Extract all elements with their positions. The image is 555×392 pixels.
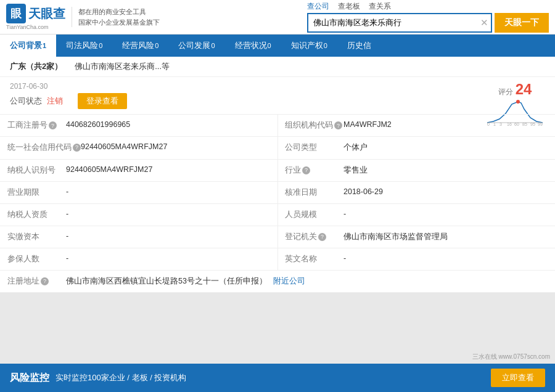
field-industry: 行业 ? 零售业: [278, 160, 555, 182]
field-value: 92440605MA4WRFJM27: [66, 165, 152, 176]
banner-desc: 实时监控100家企业 / 老板 / 投资机构: [56, 372, 186, 383]
status-row: 公司状态 注销 登录查看: [10, 93, 545, 109]
tab-company-dev[interactable]: 公司发展0: [168, 35, 224, 57]
question-icon[interactable]: ?: [49, 121, 57, 129]
tab-company-background[interactable]: 公司背景1: [0, 35, 56, 57]
field-value: -: [343, 210, 346, 220]
search-input[interactable]: [307, 13, 492, 33]
banner-title: 风险监控: [10, 372, 49, 385]
header: 眼 天眼查 TianYanCha.com 都在用的商业安全工具 国家中小企业发展…: [0, 0, 555, 35]
address-value: 佛山市南海区西樵镇宜山长堤路53号之十一（任所申报）: [66, 276, 267, 287]
field-value: MA4WRFJM2: [343, 120, 392, 131]
search-button[interactable]: 天眼一下: [495, 13, 549, 33]
field-value: 440682601996965: [66, 120, 130, 131]
filter-company: 佛山市南海区老来乐商...等: [75, 61, 170, 72]
field-business-reg: 工商注册号 ? 440682601996965: [0, 115, 278, 137]
field-value: -: [343, 254, 346, 264]
field-value: 佛山市南海区市场监督管理局: [343, 232, 448, 242]
logo-text: 天眼查: [28, 6, 65, 22]
tab-judicial-risk[interactable]: 司法风险0: [56, 35, 112, 57]
svg-point-1: [516, 100, 520, 104]
info-grid: 工商注册号 ? 440682601996965 组织机构代码 ? MA4WRFJ…: [0, 114, 555, 271]
field-label: 核准日期: [285, 187, 343, 198]
banner-btn[interactable]: 立即查看: [491, 369, 545, 387]
company-status-area: 2017-06-30 公司状态 注销 登录查看 评分 24 0 1 3 16 6…: [0, 77, 555, 114]
field-biz-period: 营业期限 -: [0, 182, 278, 204]
field-label: 英文名称: [285, 254, 343, 264]
field-value: 2018-06-29: [343, 187, 383, 198]
field-label: 参保人数: [7, 254, 66, 264]
field-insured: 参保人数 -: [0, 248, 278, 271]
status-label: 公司状态: [10, 96, 42, 107]
filter-row: 广东（共2家） 佛山市南海区老来乐商...等: [0, 57, 555, 77]
field-label: 组织机构代码 ?: [285, 120, 343, 131]
status-value: 注销: [47, 96, 63, 107]
score-number: 24: [516, 81, 532, 98]
field-headcount: 人员规模 -: [278, 204, 555, 226]
field-tax-qual: 纳税人资质 -: [0, 204, 278, 226]
question-icon[interactable]: ?: [302, 166, 310, 174]
logo-pinyin: TianYanCha.com: [6, 24, 49, 30]
field-label: 纳税人资质: [7, 210, 66, 220]
field-label: 纳税人识别号: [7, 165, 66, 176]
field-org-code: 组织机构代码 ? MA4WRFJM2: [278, 115, 555, 137]
field-paid-capital: 实缴资本 -: [0, 226, 278, 248]
score-label-row: 评分 24: [487, 81, 543, 98]
field-approval-date: 核准日期 2018-06-29: [278, 182, 555, 204]
field-english-name: 英文名称 -: [278, 248, 555, 271]
field-tax-id: 纳税人识别号 92440605MA4WRFJM27: [0, 160, 278, 182]
search-clear-icon[interactable]: ✕: [480, 17, 488, 28]
field-company-type: 公司类型 个体户: [278, 137, 555, 160]
search-tab-boss[interactable]: 查老板: [338, 1, 360, 12]
filter-province: 广东（共2家）: [10, 61, 62, 72]
field-label: 实缴资本: [7, 232, 66, 242]
search-tab-relation[interactable]: 查关系: [369, 1, 391, 12]
field-value: -: [66, 232, 68, 242]
address-label: 注册地址 ?: [7, 276, 66, 287]
logo-area: 眼 天眼查 TianYanCha.com 都在用的商业安全工具 国家中小企业发展…: [6, 4, 160, 30]
search-box-wrap: ✕ 天眼一下: [307, 13, 549, 33]
field-value: -: [66, 254, 68, 264]
field-label: 工商注册号 ?: [7, 120, 66, 131]
main-content: 广东（共2家） 佛山市南海区老来乐商...等 2017-06-30 公司状态 注…: [0, 57, 555, 293]
field-value: 零售业: [343, 165, 368, 176]
question-icon[interactable]: ?: [41, 277, 49, 285]
field-reg-authority: 登记机关 ? 佛山市南海区市场监督管理局: [278, 226, 555, 248]
nav-tabs: 公司背景1 司法风险0 经营风险0 公司发展0 经营状况0 知识产权0 历史信: [0, 35, 555, 57]
slogan-line1: 都在用的商业安全工具: [78, 7, 160, 17]
tab-operation-status[interactable]: 经营状况0: [225, 35, 281, 57]
field-value: -: [66, 187, 68, 198]
login-btn[interactable]: 登录查看: [78, 93, 127, 109]
slogan-line2: 国家中小企业发展基金旗下: [78, 17, 160, 28]
field-label: 公司类型: [285, 142, 343, 153]
bottom-banner: 风险监控 实时监控100家企业 / 老板 / 投资机构 立即查看: [0, 364, 555, 392]
search-tabs: 查公司 查老板 查关系: [307, 1, 549, 12]
field-label: 行业 ?: [285, 165, 343, 176]
address-row: 注册地址 ? 佛山市南海区西樵镇宜山长堤路53号之十一（任所申报） 附近公司: [0, 271, 555, 293]
question-icon[interactable]: ?: [318, 233, 326, 241]
field-label: 人员规模: [285, 210, 343, 220]
tab-ip[interactable]: 知识产权0: [281, 35, 337, 57]
tab-operation-risk[interactable]: 经营风险0: [112, 35, 168, 57]
company-date: 2017-06-30: [10, 82, 545, 91]
field-value: 个体户: [343, 142, 368, 153]
field-social-credit: 统一社会信用代码 ? 92440605MA4WRFJM27: [0, 137, 278, 160]
search-area: 查公司 查老板 查关系 ✕ 天眼一下: [307, 1, 549, 33]
score-word: 评分: [498, 87, 513, 97]
tab-history[interactable]: 历史信: [337, 35, 381, 57]
nearby-link[interactable]: 附近公司: [273, 276, 305, 287]
field-value: 92440605MA4WRFJM27: [81, 142, 167, 153]
field-label: 统一社会信用代码 ?: [7, 142, 81, 153]
search-tab-company[interactable]: 查公司: [307, 1, 329, 12]
field-label: 营业期限: [7, 187, 66, 198]
field-label: 登记机关 ?: [285, 232, 343, 242]
question-icon[interactable]: ?: [334, 121, 342, 129]
logo-slogan: 都在用的商业安全工具 国家中小企业发展基金旗下: [72, 7, 160, 27]
logo-icon: 眼: [6, 4, 26, 23]
watermark: 三水在线 www.0757scn.com: [469, 351, 554, 362]
question-icon[interactable]: ?: [73, 144, 81, 152]
field-value: -: [66, 210, 68, 220]
vertical-divider: [278, 115, 278, 271]
